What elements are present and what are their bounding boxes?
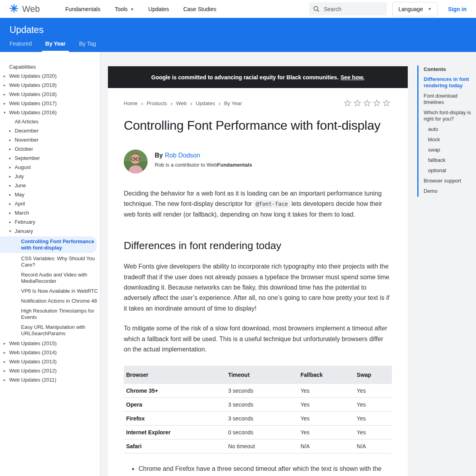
sign-in-link[interactable]: Sign in [448,6,466,12]
sidebar-item[interactable]: ▾January [0,226,100,236]
topnav-link-updates[interactable]: Updates [148,6,169,12]
sidebar-item[interactable]: ▸Web Updates (2020) [0,71,100,81]
author-photo [124,150,148,173]
chevron-right-icon[interactable]: ▸ [9,164,15,171]
sidebar-item[interactable]: ▸Web Updates (2013) [0,357,100,366]
contents-link[interactable]: Browser support [424,178,476,184]
author-link[interactable]: Rob Dodson [165,152,200,159]
star-icon[interactable]: ☆ [343,98,353,108]
sidebar-item[interactable]: ▸September [0,154,100,163]
chevron-right-icon: › [190,100,192,107]
sidebar-item[interactable]: ▾Web Updates (2016) [0,108,100,117]
sidebar-item[interactable]: ▸October [0,144,100,154]
sidebar-item[interactable]: VP9 Is Now Available in WebRTC [0,286,100,296]
sidebar-item[interactable]: ▸May [0,190,100,199]
rating-stars[interactable]: ☆☆☆☆☆ [343,98,392,109]
contents-link[interactable]: Differences in font rendering today [424,76,476,89]
star-icon[interactable]: ☆ [353,98,363,108]
chevron-down-icon[interactable]: ▾ [9,228,15,234]
sidebar-item[interactable]: ▸November [0,135,100,144]
chevron-right-icon[interactable]: ▸ [4,359,9,365]
chevron-right-icon[interactable]: ▸ [9,219,15,225]
contents-link[interactable]: swap [424,147,476,153]
language-selector[interactable]: Language ▼ [392,2,438,16]
chevron-right-icon[interactable]: ▸ [9,128,15,134]
breadcrumb-link[interactable]: Products [147,100,167,106]
web-logo[interactable]: ✳ Web [10,4,40,14]
chevron-right-icon[interactable]: ▸ [4,368,9,374]
chevron-right-icon[interactable]: ▸ [9,146,15,152]
chevron-right-icon[interactable]: ▸ [4,340,9,347]
sidebar-item[interactable]: ▸Web Updates (2018) [0,90,100,99]
chevron-right-icon[interactable]: ▸ [9,173,15,180]
chevron-right-icon[interactable]: ▸ [9,192,15,198]
sidebar-item[interactable]: ▸August [0,163,100,172]
contents-link[interactable]: Font download timelines [424,93,476,106]
sidebar-item[interactable]: ▸February [0,217,100,226]
web-logo-label: Web [22,4,40,14]
table-header-cell: Timeout [226,366,298,384]
sidebar-item-label: Web Updates (2011) [9,377,56,383]
breadcrumb-link[interactable]: Home [124,100,138,106]
chevron-right-icon[interactable]: ▸ [4,91,9,98]
tab-by-year[interactable]: By Year [45,40,65,52]
sidebar-item[interactable]: Notification Actions in Chrome 48 [0,296,100,305]
sidebar-item[interactable]: CSS Variables: Why Should You Care? [0,254,100,269]
contents-link[interactable]: fallback [424,157,476,163]
sidebar-item[interactable]: ▸Web Updates (2019) [0,81,100,90]
sidebar-item[interactable]: ▸Web Updates (2017) [0,99,100,108]
sidebar-item[interactable]: All Articles [0,117,100,126]
contents-link[interactable]: Demo [424,188,476,194]
chevron-right-icon[interactable]: ▸ [9,210,15,216]
table-row: Chrome 35+3 secondsYesYes [124,384,392,398]
table-cell: N/A [354,440,392,453]
sidebar-item[interactable]: ▸Web Updates (2015) [0,339,100,348]
chevron-right-icon[interactable]: ▸ [9,201,15,207]
star-icon[interactable]: ☆ [363,98,372,108]
sidebar-item[interactable]: High Resolution Timestamps for Events [0,306,100,322]
sidebar-item[interactable]: ▸Web Updates (2014) [0,348,100,357]
tab-by-tag[interactable]: By Tag [79,40,96,52]
chevron-right-icon[interactable]: ▸ [4,349,9,356]
sidebar-item[interactable]: ▸Web Updates (2012) [0,366,100,375]
breadcrumb-link[interactable]: By Year [224,100,242,106]
chevron-right-icon[interactable]: ▸ [4,100,9,107]
sidebar-item[interactable]: ▸June [0,181,100,190]
chevron-right-icon[interactable]: ▸ [9,155,15,161]
breadcrumb-link[interactable]: Web [176,100,187,106]
see-how-link[interactable]: See how. [341,74,365,81]
chevron-right-icon: › [141,100,143,107]
chevron-right-icon[interactable]: ▸ [4,73,9,79]
breadcrumb-link[interactable]: Updates [196,100,215,106]
topnav-link-case-studies[interactable]: Case Studies [183,6,216,12]
search-input[interactable] [324,6,383,12]
tab-featured[interactable]: Featured [10,40,32,52]
sidebar-item[interactable]: Easy URL Manipulation with URLSearchPara… [0,322,100,338]
topnav-link-fundamentals[interactable]: Fundamentals [65,6,100,12]
search-box[interactable] [309,2,387,15]
search-icon [313,6,320,12]
chevron-right-icon[interactable]: ▸ [9,137,15,143]
sidebar-item[interactable]: Capabilities [0,62,100,71]
star-icon[interactable]: ☆ [382,98,392,108]
chevron-down-icon[interactable]: ▾ [4,109,9,116]
sidebar-item[interactable]: Record Audio and Video with MediaRecorde… [0,270,100,286]
sidebar-item[interactable]: ▸Web Updates (2011) [0,375,100,384]
chevron-right-icon[interactable]: ▸ [4,82,9,88]
sidebar-item[interactable]: ▸December [0,126,100,135]
contents-link[interactable]: block [424,136,476,143]
contents-link[interactable]: Which font-display is right for you? [424,109,476,122]
sidebar-item[interactable]: ▸July [0,172,100,181]
chevron-right-icon[interactable]: ▸ [9,182,15,189]
table-cell: Opera [124,398,226,412]
sidebar-item[interactable]: Controlling Font Performance with font-d… [0,236,97,253]
sidebar-item[interactable]: ▸April [0,199,100,208]
contents-link[interactable]: auto [424,126,476,132]
topnav-link-tools[interactable]: Tools▼ [115,6,134,12]
sidebar-nav: Capabilities▸Web Updates (2020)▸Web Upda… [0,62,100,384]
chevron-right-icon[interactable]: ▸ [4,377,9,383]
contents-link[interactable]: optional [424,167,476,174]
sidebar-item[interactable]: ▸March [0,208,100,217]
star-icon[interactable]: ☆ [372,98,382,108]
sidebar-item-label: August [15,164,31,171]
